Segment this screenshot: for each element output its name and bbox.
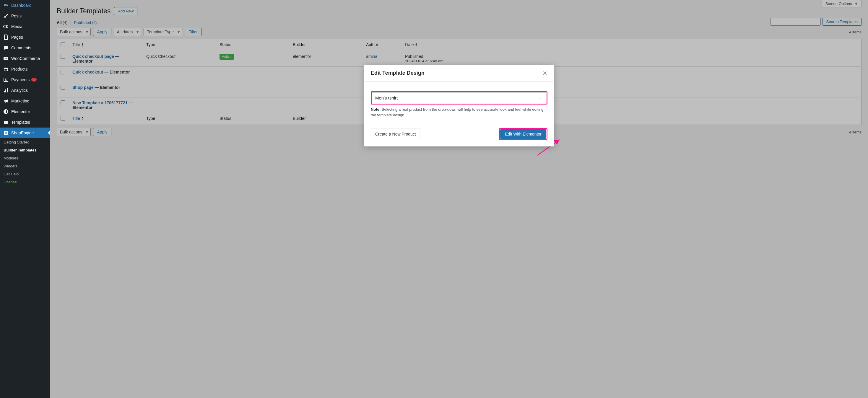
menu-label: Dashboard xyxy=(11,3,32,8)
menu-shopengine[interactable]: ShopEngine xyxy=(0,128,50,138)
comment-icon xyxy=(3,45,9,51)
chart-icon xyxy=(3,88,9,93)
menu-marketing[interactable]: Marketing xyxy=(0,96,50,106)
edit-template-modal: Edit Template Design ✕ Men's tshirt Note… xyxy=(364,65,554,146)
menu-label: ShopEngine xyxy=(11,131,34,135)
submenu-modules[interactable]: Modules xyxy=(0,154,50,162)
menu-label: Payments xyxy=(11,77,30,82)
notification-badge: 1 xyxy=(31,78,37,81)
menu-pages[interactable]: Pages xyxy=(0,32,50,42)
svg-rect-13 xyxy=(5,110,5,113)
submenu-builder-templates[interactable]: Builder Templates xyxy=(0,146,50,154)
modal-title: Edit Template Design xyxy=(371,70,425,76)
megaphone-icon xyxy=(3,98,9,104)
menu-label: Analytics xyxy=(11,88,28,93)
menu-comments[interactable]: Comments xyxy=(0,42,50,53)
svg-rect-15 xyxy=(6,111,7,112)
shopengine-icon xyxy=(3,130,9,136)
media-icon xyxy=(3,24,9,30)
main-content: Screen Options ▼ Builder Templates Add N… xyxy=(50,0,868,398)
menu-label: Posts xyxy=(11,13,22,18)
admin-sidebar: Dashboard Posts Media Pages Comments W W… xyxy=(0,0,50,398)
menu-posts[interactable]: Posts xyxy=(0,11,50,21)
menu-label: Media xyxy=(11,24,23,29)
menu-label: WooCommerce xyxy=(11,56,40,61)
svg-rect-10 xyxy=(5,90,6,92)
submenu-getting-started[interactable]: Getting Started xyxy=(0,138,50,146)
edit-with-elementor-button[interactable]: Edit With Elementor xyxy=(500,129,546,139)
gauge-icon xyxy=(3,2,9,8)
svg-text:W: W xyxy=(5,57,7,60)
folder-icon xyxy=(3,119,9,125)
elementor-icon xyxy=(3,109,9,114)
highlight-annotation: Men's tshirt xyxy=(371,91,548,104)
highlight-annotation: Edit With Elementor xyxy=(499,128,548,140)
menu-products[interactable]: Products xyxy=(0,64,50,74)
menu-templates[interactable]: Templates xyxy=(0,117,50,128)
svg-point-2 xyxy=(4,25,6,28)
menu-label: Products xyxy=(11,67,28,71)
menu-woocommerce[interactable]: W WooCommerce xyxy=(0,53,50,64)
svg-text:$: $ xyxy=(5,78,7,81)
modal-overlay[interactable] xyxy=(50,0,868,398)
menu-label: Pages xyxy=(11,35,23,39)
submenu-license[interactable]: License xyxy=(0,178,50,186)
svg-rect-16 xyxy=(6,112,7,113)
menu-elementor[interactable]: Elementor xyxy=(0,106,50,117)
menu-media[interactable]: Media xyxy=(0,21,50,32)
submenu-get-help[interactable]: Get Help xyxy=(0,170,50,178)
svg-rect-11 xyxy=(7,88,8,92)
menu-label: Elementor xyxy=(11,109,30,114)
menu-analytics[interactable]: Analytics xyxy=(0,85,50,96)
woo-icon: W xyxy=(3,56,9,61)
submenu-widgets[interactable]: Widgets xyxy=(0,162,50,170)
menu-label: Comments xyxy=(11,45,31,50)
menu-payments[interactable]: $ Payments 1 xyxy=(0,74,50,85)
create-product-button[interactable]: Create a New Product xyxy=(371,128,421,140)
svg-rect-9 xyxy=(4,91,5,92)
svg-rect-14 xyxy=(6,110,7,111)
product-select[interactable]: Men's tshirt xyxy=(372,92,546,103)
close-icon[interactable]: ✕ xyxy=(542,70,548,76)
archive-icon xyxy=(3,66,9,72)
svg-rect-6 xyxy=(4,68,8,71)
pin-icon xyxy=(3,13,9,19)
menu-label: Templates xyxy=(11,120,30,125)
page-icon xyxy=(3,34,9,40)
modal-note: Note: Selecting a real product from the … xyxy=(371,107,548,118)
menu-label: Marketing xyxy=(11,99,29,103)
dollar-icon: $ xyxy=(3,77,9,83)
menu-dashboard[interactable]: Dashboard xyxy=(0,0,50,11)
